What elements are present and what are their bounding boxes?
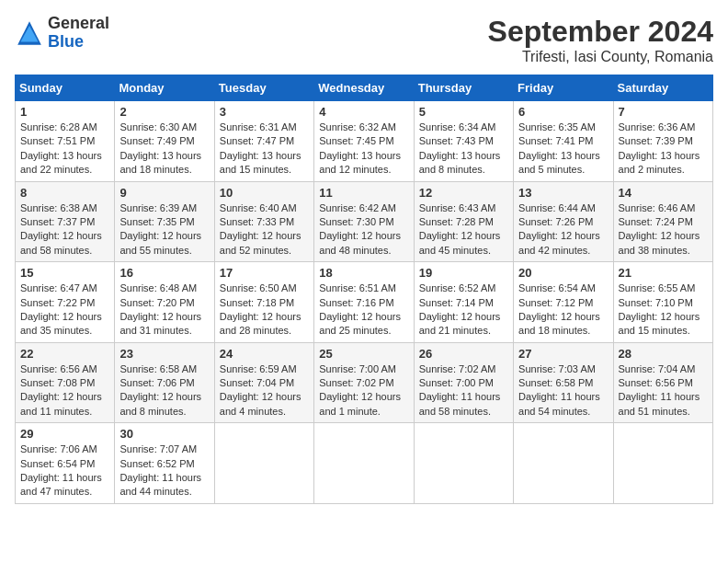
calendar-week-row: 15Sunrise: 6:47 AM Sunset: 7:22 PM Dayli… — [16, 262, 713, 343]
day-info: Sunrise: 6:34 AM Sunset: 7:43 PM Dayligh… — [419, 121, 508, 178]
day-info: Sunrise: 6:58 AM Sunset: 7:06 PM Dayligh… — [119, 362, 209, 419]
day-number: 3 — [220, 105, 309, 119]
calendar-cell: 4Sunrise: 6:32 AM Sunset: 7:45 PM Daylig… — [314, 101, 414, 182]
day-info: Sunrise: 6:40 AM Sunset: 7:33 PM Dayligh… — [220, 201, 309, 259]
calendar-cell: 18Sunrise: 6:51 AM Sunset: 7:16 PM Dayli… — [314, 262, 414, 343]
day-info: Sunrise: 6:47 AM Sunset: 7:22 PM Dayligh… — [20, 282, 109, 339]
calendar-cell: 29Sunrise: 7:06 AM Sunset: 6:54 PM Dayli… — [16, 423, 115, 504]
day-info: Sunrise: 6:50 AM Sunset: 7:18 PM Dayligh… — [220, 282, 309, 339]
day-number: 23 — [119, 347, 209, 361]
calendar-cell: 13Sunrise: 6:44 AM Sunset: 7:26 PM Dayli… — [514, 181, 613, 262]
day-number: 2 — [119, 105, 209, 119]
day-info: Sunrise: 6:36 AM Sunset: 7:39 PM Dayligh… — [619, 121, 708, 178]
calendar-cell: 11Sunrise: 6:42 AM Sunset: 7:30 PM Dayli… — [314, 181, 414, 262]
calendar-cell: 10Sunrise: 6:40 AM Sunset: 7:33 PM Dayli… — [214, 181, 313, 262]
calendar-body: 1Sunrise: 6:28 AM Sunset: 7:51 PM Daylig… — [16, 101, 713, 504]
day-number: 21 — [619, 266, 708, 280]
day-info: Sunrise: 6:55 AM Sunset: 7:10 PM Dayligh… — [619, 282, 708, 339]
day-info: Sunrise: 6:46 AM Sunset: 7:24 PM Dayligh… — [619, 201, 708, 259]
logo-text: General Blue — [48, 15, 109, 52]
calendar-cell: 26Sunrise: 7:02 AM Sunset: 7:00 PM Dayli… — [414, 342, 513, 423]
day-info: Sunrise: 7:04 AM Sunset: 6:56 PM Dayligh… — [619, 362, 708, 419]
day-info: Sunrise: 6:35 AM Sunset: 7:41 PM Dayligh… — [518, 121, 608, 178]
calendar-cell: 28Sunrise: 7:04 AM Sunset: 6:56 PM Dayli… — [613, 342, 712, 423]
day-info: Sunrise: 6:52 AM Sunset: 7:14 PM Dayligh… — [419, 282, 508, 339]
calendar-header-cell: Sunday — [16, 75, 115, 101]
day-info: Sunrise: 7:07 AM Sunset: 6:52 PM Dayligh… — [119, 442, 209, 500]
header-row: SundayMondayTuesdayWednesdayThursdayFrid… — [16, 75, 713, 101]
day-number: 24 — [220, 347, 309, 361]
calendar-cell: 7Sunrise: 6:36 AM Sunset: 7:39 PM Daylig… — [613, 101, 712, 182]
day-number: 11 — [319, 186, 408, 200]
logo: General Blue — [15, 15, 109, 52]
calendar-cell: 27Sunrise: 7:03 AM Sunset: 6:58 PM Dayli… — [514, 342, 613, 423]
calendar-cell — [314, 423, 414, 504]
logo-blue: Blue — [48, 33, 109, 52]
day-info: Sunrise: 6:43 AM Sunset: 7:28 PM Dayligh… — [419, 201, 508, 259]
day-info: Sunrise: 6:31 AM Sunset: 7:47 PM Dayligh… — [220, 121, 309, 178]
day-number: 20 — [518, 266, 608, 280]
day-info: Sunrise: 6:48 AM Sunset: 7:20 PM Dayligh… — [119, 282, 209, 339]
calendar-cell: 17Sunrise: 6:50 AM Sunset: 7:18 PM Dayli… — [214, 262, 313, 343]
day-number: 18 — [319, 266, 408, 280]
day-number: 16 — [119, 266, 209, 280]
day-number: 12 — [419, 186, 508, 200]
calendar-header-cell: Tuesday — [214, 75, 313, 101]
calendar-cell: 16Sunrise: 6:48 AM Sunset: 7:20 PM Dayli… — [115, 262, 214, 343]
calendar-header-cell: Thursday — [414, 75, 513, 101]
calendar-week-row: 1Sunrise: 6:28 AM Sunset: 7:51 PM Daylig… — [16, 101, 713, 182]
day-info: Sunrise: 6:30 AM Sunset: 7:49 PM Dayligh… — [119, 121, 209, 178]
calendar-header-cell: Wednesday — [314, 75, 414, 101]
calendar-cell — [414, 423, 513, 504]
title-block: September 2024 Trifesti, Iasi County, Ro… — [488, 15, 713, 65]
calendar-cell: 19Sunrise: 6:52 AM Sunset: 7:14 PM Dayli… — [414, 262, 513, 343]
day-number: 10 — [220, 186, 309, 200]
day-info: Sunrise: 6:42 AM Sunset: 7:30 PM Dayligh… — [319, 201, 408, 259]
day-number: 25 — [319, 347, 408, 361]
day-info: Sunrise: 7:02 AM Sunset: 7:00 PM Dayligh… — [419, 362, 508, 419]
day-number: 26 — [419, 347, 508, 361]
calendar-cell — [514, 423, 613, 504]
page-title: September 2024 — [488, 15, 713, 49]
calendar-cell: 5Sunrise: 6:34 AM Sunset: 7:43 PM Daylig… — [414, 101, 513, 182]
calendar-cell: 22Sunrise: 6:56 AM Sunset: 7:08 PM Dayli… — [16, 342, 115, 423]
calendar-cell: 1Sunrise: 6:28 AM Sunset: 7:51 PM Daylig… — [16, 101, 115, 182]
calendar-cell: 23Sunrise: 6:58 AM Sunset: 7:06 PM Dayli… — [115, 342, 214, 423]
page-subtitle: Trifesti, Iasi County, Romania — [488, 49, 713, 65]
calendar-cell — [214, 423, 313, 504]
day-number: 27 — [518, 347, 608, 361]
day-number: 29 — [20, 427, 109, 441]
day-info: Sunrise: 7:03 AM Sunset: 6:58 PM Dayligh… — [518, 362, 608, 419]
logo-general: General — [48, 15, 109, 33]
day-number: 6 — [518, 105, 608, 119]
day-number: 4 — [319, 105, 408, 119]
page-header: General Blue September 2024 Trifesti, Ia… — [15, 15, 713, 65]
day-info: Sunrise: 6:59 AM Sunset: 7:04 PM Dayligh… — [220, 362, 309, 419]
day-number: 8 — [20, 186, 109, 200]
calendar-cell: 20Sunrise: 6:54 AM Sunset: 7:12 PM Dayli… — [514, 262, 613, 343]
calendar-table: SundayMondayTuesdayWednesdayThursdayFrid… — [15, 75, 713, 504]
day-number: 7 — [619, 105, 708, 119]
day-info: Sunrise: 6:54 AM Sunset: 7:12 PM Dayligh… — [518, 282, 608, 339]
calendar-cell — [613, 423, 712, 504]
day-number: 14 — [619, 186, 708, 200]
calendar-cell: 3Sunrise: 6:31 AM Sunset: 7:47 PM Daylig… — [214, 101, 313, 182]
day-number: 15 — [20, 266, 109, 280]
day-info: Sunrise: 6:38 AM Sunset: 7:37 PM Dayligh… — [20, 201, 109, 259]
day-info: Sunrise: 6:51 AM Sunset: 7:16 PM Dayligh… — [319, 282, 408, 339]
calendar-week-row: 22Sunrise: 6:56 AM Sunset: 7:08 PM Dayli… — [16, 342, 713, 423]
calendar-header: SundayMondayTuesdayWednesdayThursdayFrid… — [16, 75, 713, 101]
day-number: 1 — [20, 105, 109, 119]
calendar-cell: 6Sunrise: 6:35 AM Sunset: 7:41 PM Daylig… — [514, 101, 613, 182]
day-info: Sunrise: 6:28 AM Sunset: 7:51 PM Dayligh… — [20, 121, 109, 178]
calendar-cell: 24Sunrise: 6:59 AM Sunset: 7:04 PM Dayli… — [214, 342, 313, 423]
day-info: Sunrise: 6:44 AM Sunset: 7:26 PM Dayligh… — [518, 201, 608, 259]
calendar-header-cell: Friday — [514, 75, 613, 101]
day-number: 17 — [220, 266, 309, 280]
day-info: Sunrise: 6:39 AM Sunset: 7:35 PM Dayligh… — [119, 201, 209, 259]
calendar-cell: 9Sunrise: 6:39 AM Sunset: 7:35 PM Daylig… — [115, 181, 214, 262]
day-number: 28 — [619, 347, 708, 361]
day-info: Sunrise: 6:56 AM Sunset: 7:08 PM Dayligh… — [20, 362, 109, 419]
calendar-cell: 12Sunrise: 6:43 AM Sunset: 7:28 PM Dayli… — [414, 181, 513, 262]
day-number: 30 — [119, 427, 209, 441]
